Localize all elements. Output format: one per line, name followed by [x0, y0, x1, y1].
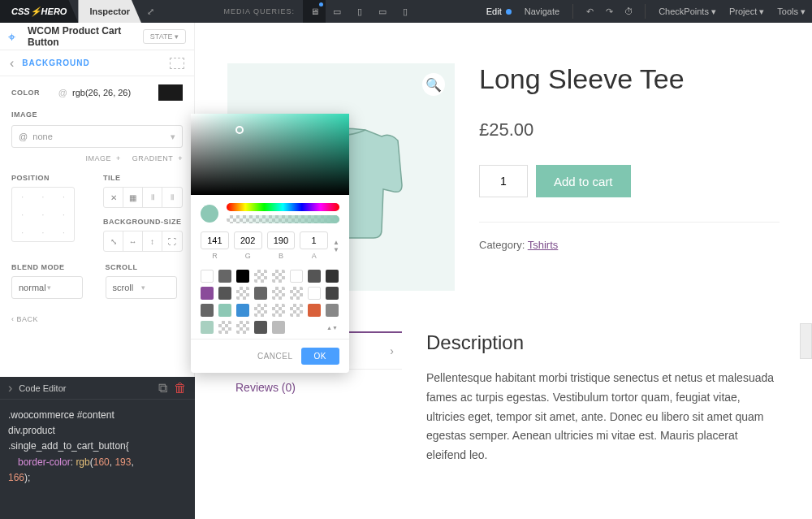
tab-reviews[interactable]: Reviews (0)	[227, 369, 402, 405]
cancel-button[interactable]: CANCEL	[257, 348, 293, 365]
swatch[interactable]	[326, 287, 339, 300]
tools-menu[interactable]: Tools ▾	[771, 6, 812, 17]
device-tablet-button[interactable]: ▯	[348, 0, 371, 23]
pos-tl[interactable]: ·	[12, 188, 32, 205]
swatch[interactable]	[236, 321, 249, 334]
nav-back-arrow[interactable]: ‹	[10, 56, 14, 71]
swatch[interactable]	[254, 287, 267, 300]
product-title: Long Sleeve Tee	[479, 63, 780, 95]
b-input[interactable]	[267, 231, 296, 249]
checkpoints-menu[interactable]: CheckPoints ▾	[652, 6, 723, 17]
pos-tc[interactable]: ·	[32, 188, 53, 205]
bgsize-contain-button[interactable]: ↔	[123, 231, 143, 251]
pos-bl[interactable]: ·	[12, 223, 32, 241]
image-add-button[interactable]: IMAGE +	[85, 154, 120, 162]
swatch[interactable]	[218, 287, 231, 300]
expand-icon[interactable]: ⤢	[141, 0, 161, 23]
pos-br[interactable]: ·	[54, 223, 74, 241]
state-dropdown[interactable]: STATE ▾	[143, 29, 186, 44]
swatch[interactable]	[290, 287, 303, 300]
swatch[interactable]	[218, 270, 231, 283]
swatch[interactable]	[272, 287, 285, 300]
swatch[interactable]	[254, 321, 267, 334]
swatch[interactable]	[272, 270, 285, 283]
swatch[interactable]	[218, 321, 231, 334]
scroll-dropdown[interactable]: scroll▾	[106, 276, 177, 299]
color-cursor[interactable]	[235, 126, 244, 134]
color-value-input[interactable]	[72, 88, 153, 97]
quantity-input[interactable]	[479, 165, 528, 197]
swatch[interactable]	[201, 304, 214, 317]
pos-tr[interactable]: ·	[54, 188, 74, 205]
trash-icon[interactable]: 🗑	[174, 381, 187, 396]
bgsize-cover-button[interactable]: ↕	[143, 231, 162, 251]
swatch[interactable]	[272, 304, 285, 317]
bgsize-custom-button[interactable]: ⛶	[162, 231, 182, 251]
swatch[interactable]	[254, 270, 267, 283]
tile-none-button[interactable]: ✕	[104, 188, 123, 207]
swatch[interactable]	[326, 304, 339, 317]
bgsize-auto-button[interactable]: ⤡	[104, 231, 123, 251]
swatch[interactable]	[326, 270, 339, 283]
pos-mc[interactable]: ·	[32, 205, 53, 223]
tile-x-button[interactable]: ⫴	[143, 188, 162, 207]
swatch[interactable]	[218, 304, 231, 317]
inspector-tab[interactable]: Inspector	[78, 0, 141, 23]
saturation-field[interactable]	[191, 114, 349, 195]
hue-slider[interactable]	[227, 203, 339, 211]
category-link[interactable]: Tshirts	[528, 239, 559, 251]
device-desktop-button[interactable]: 🖥	[303, 0, 326, 23]
device-tablet-landscape-button[interactable]: ▭	[371, 0, 394, 23]
position-label: POSITION	[11, 174, 87, 182]
swatch[interactable]	[236, 304, 249, 317]
swatch[interactable]	[308, 287, 321, 300]
swatch[interactable]	[201, 321, 214, 334]
swatch[interactable]	[308, 304, 321, 317]
target-icon[interactable]: ⌖	[8, 30, 21, 43]
copy-icon[interactable]: ⧉	[158, 381, 167, 396]
code-collapse-icon[interactable]: ›	[8, 381, 12, 396]
swatch[interactable]	[308, 270, 321, 283]
ok-button[interactable]: OK	[301, 348, 339, 365]
undo-icon[interactable]: ↶	[580, 0, 599, 23]
swatch[interactable]	[236, 270, 249, 283]
history-icon[interactable]: ⏱	[619, 0, 638, 23]
pos-mr[interactable]: ·	[54, 205, 74, 223]
tile-y-button[interactable]: ⦀	[162, 188, 182, 207]
edit-mode-toggle[interactable]: Edit	[480, 6, 518, 16]
scroll-to-top-button[interactable]	[800, 323, 812, 359]
swatch[interactable]	[201, 270, 214, 283]
blend-mode-dropdown[interactable]: normal▾	[11, 276, 83, 299]
device-laptop-button[interactable]: ▭	[326, 0, 348, 23]
add-to-cart-button[interactable]: Add to cart	[536, 165, 631, 197]
swatch[interactable]	[236, 287, 249, 300]
device-phone-button[interactable]: ▯	[394, 0, 417, 23]
zoom-icon[interactable]: 🔍	[422, 73, 445, 96]
back-button[interactable]: ‹ BACK	[0, 307, 194, 331]
redo-icon[interactable]: ↷	[599, 0, 619, 23]
format-toggle[interactable]: ▲▼	[333, 239, 339, 253]
color-swatch[interactable]	[158, 84, 183, 101]
tile-both-button[interactable]: ▦	[123, 188, 143, 207]
g-input[interactable]	[234, 231, 262, 249]
swatch[interactable]	[272, 321, 285, 334]
pos-bc[interactable]: ·	[32, 223, 53, 241]
a-input[interactable]	[300, 231, 328, 249]
swatch[interactable]	[290, 270, 303, 283]
image-field[interactable]: @ none ▾	[11, 125, 183, 148]
snippet-icon[interactable]	[170, 58, 184, 69]
swatch-mode-toggle[interactable]: ▲▼	[326, 321, 339, 334]
b-label: B	[267, 252, 296, 260]
swatch[interactable]	[254, 304, 267, 317]
r-input[interactable]	[201, 231, 229, 249]
project-menu[interactable]: Project ▾	[723, 6, 771, 17]
navigate-mode-toggle[interactable]: Navigate	[518, 6, 566, 16]
chevron-down-icon[interactable]: ▾	[171, 132, 175, 142]
code-body[interactable]: .woocommerce #content div.product .singl…	[0, 400, 195, 494]
swatch[interactable]	[201, 287, 214, 300]
gradient-add-button[interactable]: GRADIENT +	[132, 154, 183, 162]
pos-ml[interactable]: ·	[12, 205, 32, 223]
swatch[interactable]	[290, 304, 303, 317]
position-grid[interactable]: ··· ··· ···	[11, 187, 75, 242]
alpha-slider[interactable]	[227, 215, 339, 223]
